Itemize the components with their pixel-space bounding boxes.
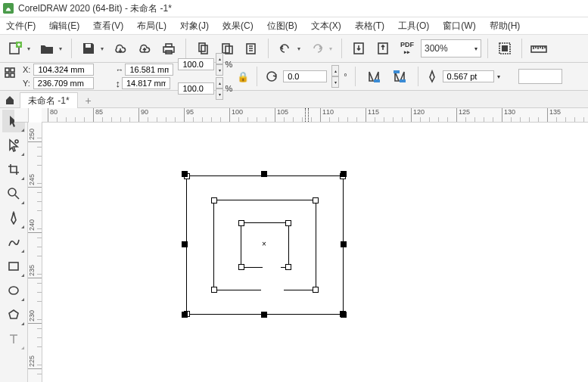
- open-button[interactable]: [36, 38, 58, 59]
- ruler-tick: 245: [28, 174, 42, 188]
- paste-button[interactable]: [241, 38, 262, 59]
- selection-center-icon[interactable]: ×: [262, 240, 266, 248]
- menu-effect[interactable]: 效果(C): [222, 20, 254, 33]
- vertical-ruler[interactable]: 250245240235230225: [28, 123, 42, 382]
- ruler-tick: 115: [366, 108, 379, 122]
- document-tab[interactable]: 未命名 -1*: [20, 92, 78, 108]
- rectangle-tool[interactable]: [2, 255, 25, 278]
- separator: [487, 39, 488, 58]
- undo-dropdown-icon[interactable]: ▾: [297, 45, 303, 52]
- menu-file[interactable]: 文件(F): [6, 20, 36, 33]
- shape-tool[interactable]: [2, 134, 25, 157]
- selection-handle[interactable]: [341, 171, 347, 177]
- crop-tool[interactable]: [2, 158, 25, 181]
- shape-node[interactable]: [313, 197, 319, 203]
- menu-layout[interactable]: 布局(L): [137, 20, 166, 33]
- shape-node[interactable]: [313, 287, 319, 293]
- save-button[interactable]: [78, 38, 99, 59]
- zoom-tool[interactable]: [2, 182, 25, 205]
- svg-rect-5: [166, 44, 172, 47]
- redo-button[interactable]: [306, 38, 328, 59]
- shape-node[interactable]: [285, 220, 291, 226]
- ruler-origin[interactable]: [14, 108, 29, 123]
- svg-rect-19: [5, 73, 9, 77]
- import-button[interactable]: [348, 38, 369, 59]
- menu-window[interactable]: 窗口(W): [443, 20, 475, 33]
- scale-x-input[interactable]: [178, 58, 214, 70]
- selection-handle[interactable]: [261, 171, 267, 177]
- pdf-button[interactable]: PDF▸▸: [397, 38, 418, 59]
- menu-view[interactable]: 查看(V): [93, 20, 123, 33]
- print-button[interactable]: [158, 38, 179, 59]
- height-input[interactable]: [122, 77, 170, 89]
- style-select[interactable]: [518, 69, 562, 84]
- separator: [71, 39, 72, 58]
- menu-object[interactable]: 对象(J): [180, 20, 209, 33]
- y-position-input[interactable]: [33, 77, 94, 89]
- percent-label: %: [225, 60, 232, 69]
- window-title: CorelDRAW 2020 (64-Bit) - 未命名 -1*: [18, 2, 172, 15]
- artistic-media-tool[interactable]: [2, 231, 25, 253]
- home-tab[interactable]: [0, 92, 20, 107]
- menu-table[interactable]: 表格(T): [355, 20, 384, 33]
- add-tab-button[interactable]: +: [81, 94, 96, 107]
- shape-node[interactable]: [211, 197, 217, 203]
- open-dropdown-icon[interactable]: ▾: [59, 45, 65, 52]
- selection-handle[interactable]: [261, 312, 267, 318]
- svg-rect-15: [502, 45, 508, 51]
- menu-text[interactable]: 文本(X): [311, 20, 341, 33]
- scale-x-stepper[interactable]: ▴▾: [216, 53, 223, 76]
- canvas[interactable]: ×: [42, 123, 588, 382]
- export-button[interactable]: [372, 38, 394, 59]
- menu-tool[interactable]: 工具(O): [398, 20, 429, 33]
- freehand-tool[interactable]: [2, 207, 25, 229]
- outline-width-input[interactable]: [443, 70, 494, 82]
- menu-edit[interactable]: 编辑(E): [49, 20, 79, 33]
- rotate-input[interactable]: [283, 70, 327, 82]
- cloud-up-button[interactable]: [134, 38, 155, 59]
- ruler-tick: 225: [28, 356, 42, 369]
- ruler-guide-marker[interactable]: [305, 108, 309, 122]
- menu-bar: 文件(F) 编辑(E) 查看(V) 布局(L) 对象(J) 效果(C) 位图(B…: [0, 17, 588, 35]
- cloud-down-button[interactable]: [110, 38, 131, 59]
- mirror-h-button[interactable]: [363, 66, 384, 87]
- lock-ratio-icon[interactable]: 🔒: [237, 71, 249, 82]
- shape-node[interactable]: [238, 220, 244, 226]
- zoom-select[interactable]: 300%▾: [421, 39, 481, 57]
- outline-dropdown-icon[interactable]: ▾: [497, 73, 500, 80]
- selection-handle[interactable]: [341, 312, 347, 318]
- shape-node[interactable]: [211, 287, 217, 293]
- undo-button[interactable]: [275, 38, 296, 59]
- title-bar: CorelDRAW 2020 (64-Bit) - 未命名 -1*: [0, 0, 588, 17]
- shape-node[interactable]: [285, 264, 291, 270]
- redo-dropdown-icon[interactable]: ▾: [329, 45, 335, 52]
- rotate-stepper[interactable]: ▴▾: [331, 65, 339, 88]
- save-dropdown-icon[interactable]: ▾: [101, 45, 107, 52]
- horizontal-ruler[interactable]: 80859095100105110115120125130135140: [42, 108, 588, 123]
- svg-rect-18: [11, 68, 14, 72]
- ruler-button[interactable]: [528, 38, 549, 59]
- mirror-v-button[interactable]: [389, 66, 410, 87]
- polygon-tool[interactable]: [2, 303, 25, 326]
- scale-y-input[interactable]: [178, 82, 214, 95]
- menu-help[interactable]: 帮助(H): [490, 20, 521, 33]
- shape-node[interactable]: [238, 264, 244, 270]
- fullscreen-button[interactable]: [494, 38, 515, 59]
- width-icon: ↔: [115, 65, 123, 74]
- new-button[interactable]: [5, 38, 26, 59]
- selection-handle[interactable]: [182, 171, 188, 177]
- selection-handle[interactable]: [182, 241, 188, 247]
- new-dropdown-icon[interactable]: ▾: [27, 45, 33, 52]
- selection-handle[interactable]: [341, 241, 347, 247]
- selection-handle[interactable]: [182, 312, 188, 318]
- workspace: 80859095100105110115120125130135140 2502…: [0, 108, 588, 382]
- svg-rect-28: [9, 262, 18, 270]
- scale-y-stepper[interactable]: ▴▾: [216, 77, 223, 100]
- text-tool[interactable]: [2, 328, 25, 350]
- x-position-input[interactable]: [33, 64, 94, 76]
- ellipse-tool[interactable]: [2, 279, 25, 302]
- separator: [521, 39, 522, 58]
- width-input[interactable]: [125, 64, 173, 76]
- menu-bitmap[interactable]: 位图(B): [267, 20, 297, 33]
- svg-rect-22: [374, 79, 380, 82]
